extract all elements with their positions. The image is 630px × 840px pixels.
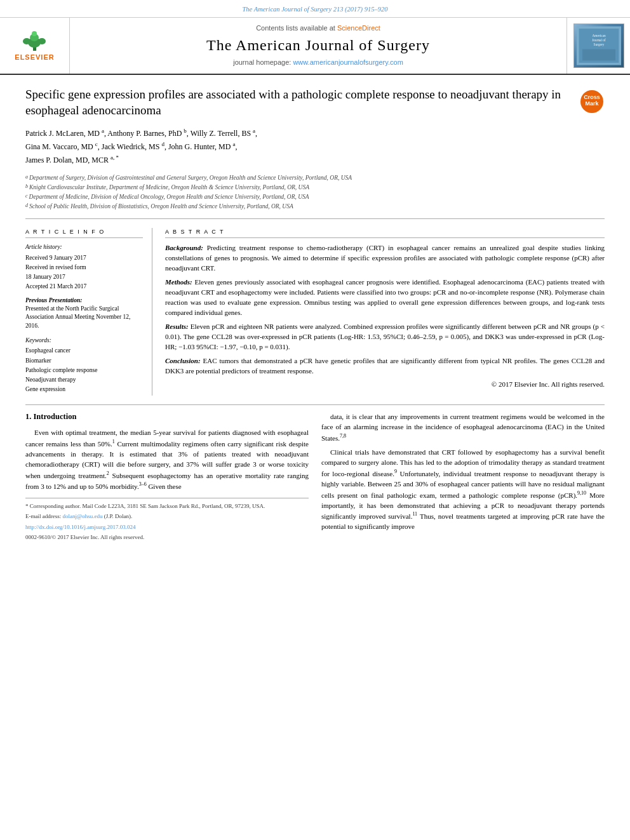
svg-point-4	[23, 38, 30, 44]
homepage-link[interactable]: www.americanjournalofsurgery.com	[293, 58, 403, 66]
keyword-4: Neoadjuvant therapy	[25, 376, 143, 384]
presentation-section: Previous Presentation: Presented at the …	[25, 297, 143, 330]
journal-reference: The American Journal of Surgery 213 (201…	[243, 6, 388, 13]
svg-text:Journal of: Journal of	[592, 38, 606, 42]
affil-b-text: Knight Cardiovascular Institute, Departm…	[29, 183, 309, 192]
copyright-line: © 2017 Elsevier Inc. All rights reserved…	[165, 380, 605, 390]
footnote-area: * Corresponding author. Mail Code L223A,…	[25, 498, 309, 542]
journal-thumbnail: American Journal of Surgery	[573, 23, 624, 68]
intro-para-2: data, it is clear that any improvements …	[321, 411, 605, 443]
crossmark-icon: Cross Mark	[579, 89, 605, 114]
author-dolan: James P. Dolan, MD, MCR a, *	[25, 156, 119, 164]
abstract-text: Background: Predicting treatment respons…	[165, 243, 605, 390]
affiliations-section: a Department of Surgery, Division of Gas…	[25, 173, 605, 219]
author-hunter: John G. Hunter, MD a,	[168, 142, 238, 151]
introduction-title: 1. Introduction	[25, 411, 309, 423]
abstract-methods: Methods: Eleven genes previously associa…	[165, 277, 605, 318]
science-direct-link[interactable]: ScienceDirect	[337, 24, 380, 32]
intro-right-text: data, it is clear that any improvements …	[321, 411, 605, 532]
keyword-1: Esophageal cancer	[25, 347, 143, 355]
header-center: Contents lists available at ScienceDirec…	[70, 18, 566, 74]
elsevier-text: ELSEVIER	[15, 53, 54, 62]
page: The American Journal of Surgery 213 (201…	[0, 0, 630, 840]
homepage-line: journal homepage: www.americanjournalofs…	[233, 58, 403, 67]
keywords-label: Keywords:	[25, 337, 143, 345]
svg-rect-11	[582, 49, 615, 60]
science-direct-line: Contents lists available at ScienceDirec…	[256, 23, 380, 33]
intro-para-1: Even with optimal treatment, the median …	[25, 427, 309, 491]
abstract-results: Results: Eleven pCR and eighteen NR pati…	[165, 322, 605, 352]
author-barnes: Anthony P. Barnes, PhD b,	[107, 129, 189, 138]
intro-para-3: Clinical trials have demonstrated that C…	[321, 447, 605, 532]
article-title: Specific gene expression profiles are as…	[25, 86, 572, 119]
article-info-abstract-section: A R T I C L E I N F O Article history: R…	[25, 228, 605, 396]
author-wiedrick: Jack Wiedrick, MS d,	[102, 142, 166, 151]
history-received: Received 9 January 2017	[25, 254, 143, 262]
affiliation-c: c Department of Medicine, Division of Me…	[25, 192, 605, 201]
journal-title: The American Journal of Surgery	[206, 35, 430, 57]
conclusion-text: EAC tumors that demonstrated a pCR have …	[165, 357, 605, 375]
affiliation-d: d School of Public Health, Division of B…	[25, 202, 605, 211]
article-info-heading: A R T I C L E I N F O	[25, 228, 143, 239]
article-history: Article history: Received 9 January 2017…	[25, 243, 143, 291]
abstract-column: A B S T R A C T Background: Predicting t…	[165, 228, 605, 396]
history-revised-date: 18 January 2017	[25, 273, 143, 281]
svg-text:Cross: Cross	[584, 94, 600, 100]
footnote-email: E-mail address: dolanj@ohsu.edu (J.P. Do…	[25, 512, 309, 521]
contents-available-text: Contents lists available at	[256, 24, 335, 32]
conclusion-label: Conclusion:	[165, 357, 201, 364]
elsevier-logo: ELSEVIER	[15, 29, 54, 62]
results-label: Results:	[165, 323, 189, 330]
svg-point-5	[38, 38, 46, 44]
results-text: Eleven pCR and eighteen NR patients were…	[165, 323, 605, 350]
introduction-left: 1. Introduction Even with optimal treatm…	[25, 411, 309, 543]
issn-line: 0002-9610/© 2017 Elsevier Inc. All right…	[25, 533, 309, 542]
keyword-2: Biomarker	[25, 357, 143, 365]
author-terrell: Willy Z. Terrell, BS a,	[191, 129, 257, 138]
section-divider	[25, 404, 605, 405]
affil-d-text: School of Public Health, Division of Bio…	[29, 202, 293, 211]
svg-point-3	[32, 31, 37, 36]
methods-text: Eleven genes previously associated with …	[165, 278, 605, 316]
affiliation-b: b Knight Cardiovascular Institute, Depar…	[25, 183, 605, 192]
email-link[interactable]: dolanj@ohsu.edu	[62, 513, 102, 519]
history-label: Article history:	[25, 243, 143, 251]
svg-text:Mark: Mark	[585, 100, 599, 107]
keywords-section: Keywords: Esophageal cancer Biomarker Pa…	[25, 337, 143, 394]
abstract-conclusion: Conclusion: EAC tumors that demonstrated…	[165, 356, 605, 377]
elsevier-logo-area: ELSEVIER	[0, 18, 70, 74]
keyword-3: Pathologic complete response	[25, 366, 143, 375]
introduction-right: data, it is clear that any improvements …	[321, 411, 605, 543]
intro-title-text: Introduction	[34, 412, 77, 421]
intro-number: 1.	[25, 412, 31, 421]
keyword-5: Gene expression	[25, 385, 143, 394]
affil-a-text: Department of Surgery, Division of Gastr…	[29, 173, 352, 182]
history-accepted: Accepted 21 March 2017	[25, 283, 143, 291]
elsevier-tree-icon	[17, 29, 52, 51]
header: ELSEVIER Contents lists available at Sci…	[0, 18, 630, 75]
footnote-corresponding: * Corresponding author. Mail Code L223A,…	[25, 502, 309, 511]
methods-label: Methods:	[165, 278, 192, 286]
abstract-heading: A B S T R A C T	[165, 228, 605, 239]
authors-section: Patrick J. McLaren, MD a, Anthony P. Bar…	[25, 126, 605, 167]
intro-left-text: Even with optimal treatment, the median …	[25, 427, 309, 491]
introduction-section: 1. Introduction Even with optimal treatm…	[25, 411, 605, 543]
author-mclaren: Patrick J. McLaren, MD a,	[25, 129, 106, 138]
top-banner: The American Journal of Surgery 213 (201…	[0, 0, 630, 18]
svg-text:American: American	[592, 33, 606, 37]
history-revised-label: Received in revised form	[25, 263, 143, 272]
background-text: Predicting treatment response to chemo-r…	[165, 244, 605, 272]
journal-cover-image: American Journal of Surgery	[577, 24, 621, 67]
presentation-text: Presented at the North Pacific Surgical …	[25, 305, 143, 330]
article-info-column: A R T I C L E I N F O Article history: R…	[25, 228, 152, 396]
affil-c-text: Department of Medicine, Division of Medi…	[29, 192, 309, 201]
background-label: Background:	[165, 244, 203, 251]
doi-line[interactable]: http://dx.doi.org/10.1016/j.amjsurg.2017…	[25, 523, 309, 532]
article-title-section: Specific gene expression profiles are as…	[25, 86, 605, 119]
journal-thumbnail-area: American Journal of Surgery	[566, 18, 630, 74]
main-content: Specific gene expression profiles are as…	[0, 75, 630, 556]
homepage-label: journal homepage:	[233, 58, 291, 66]
svg-text:Surgery: Surgery	[593, 43, 604, 46]
presentation-label: Previous Presentation:	[25, 297, 143, 305]
crossmark-area[interactable]: Cross Mark	[579, 89, 605, 117]
